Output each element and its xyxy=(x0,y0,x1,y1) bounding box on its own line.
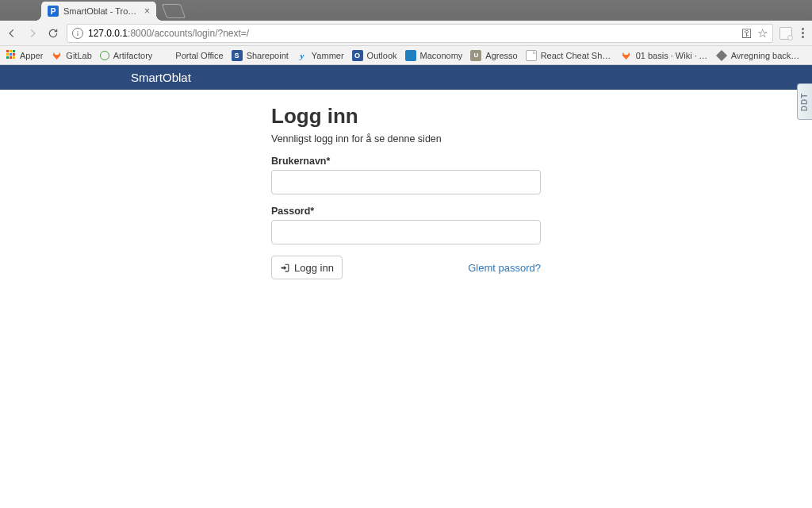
back-button[interactable] xyxy=(5,26,19,40)
extension-icon[interactable] xyxy=(779,27,792,40)
login-subtitle: Vennligst logg inn for å se denne siden xyxy=(271,133,541,144)
maconomy-icon xyxy=(405,50,416,61)
address-bar[interactable]: i 127.0.0.1:8000/accounts/login/?next=/ … xyxy=(67,24,773,43)
diamond-icon xyxy=(716,50,727,61)
bookmark-label: Outlook xyxy=(367,51,397,60)
forward-button[interactable] xyxy=(25,26,40,40)
bookmark-agresso[interactable]: UAgresso xyxy=(470,50,517,61)
browser-toolbar: i 127.0.0.1:8000/accounts/login/?next=/ … xyxy=(0,21,812,46)
bookmark-artifactory[interactable]: Artifactory xyxy=(100,51,153,60)
bookmark-avregning[interactable]: Avregning backend… xyxy=(716,50,803,61)
tab-favicon-parking-icon: P xyxy=(48,6,59,17)
url-host: 127.0.0.1 xyxy=(88,28,128,39)
gitlab-icon xyxy=(51,50,62,61)
sign-in-icon xyxy=(280,263,290,273)
bookmark-label: Sharepoint xyxy=(247,51,289,60)
bookmark-outlook[interactable]: OOutlook xyxy=(352,50,397,61)
url-path: :8000/accounts/login/?next=/ xyxy=(128,28,249,39)
bookmark-label: GitLab xyxy=(66,51,91,60)
bookmark-basis[interactable]: 01 basis · Wiki · Ac… xyxy=(621,50,708,61)
gitlab-icon xyxy=(621,50,632,61)
page-content: Logg inn Vennligst logg inn for å se den… xyxy=(0,90,812,279)
reload-button[interactable] xyxy=(46,26,60,40)
browser-tab[interactable]: P SmartOblat - Trondheim parke × xyxy=(41,2,156,21)
bookmark-label: Maconomy xyxy=(420,51,463,60)
login-submit-label: Logg inn xyxy=(294,262,334,274)
ms-office-icon: S xyxy=(232,50,243,61)
agresso-icon: U xyxy=(470,50,481,61)
bookmark-label: Avregning backend… xyxy=(731,51,803,60)
bookmark-label: 01 basis · Wiki · Ac… xyxy=(636,51,708,60)
tab-close-icon[interactable]: × xyxy=(144,6,150,17)
debug-side-tab[interactable]: DDT xyxy=(797,83,812,120)
tab-title: SmartOblat - Trondheim parke xyxy=(63,6,140,16)
bookmark-label: React Cheat Sheet xyxy=(541,51,613,60)
login-form: Logg inn Vennligst logg inn for å se den… xyxy=(271,104,541,279)
bookmark-label: Portal Office xyxy=(175,51,223,60)
app-header: SmartOblat xyxy=(0,65,812,90)
login-submit-button[interactable]: Logg inn xyxy=(271,256,343,279)
username-label: Brukernavn* xyxy=(271,156,541,167)
url-text: 127.0.0.1:8000/accounts/login/?next=/ xyxy=(88,28,737,39)
debug-side-tab-label: DDT xyxy=(801,92,810,111)
apps-grid-icon xyxy=(5,50,16,61)
password-label: Passord* xyxy=(271,206,541,217)
artifactory-icon xyxy=(100,51,109,60)
bookmark-yammer[interactable]: yYammer xyxy=(297,50,344,61)
bookmark-gitlab[interactable]: GitLab xyxy=(51,50,91,61)
bookmark-portal[interactable]: Portal Office xyxy=(160,50,223,61)
yammer-icon: y xyxy=(297,50,308,61)
new-tab-button[interactable] xyxy=(162,4,186,18)
browser-menu-icon[interactable] xyxy=(799,28,807,38)
username-input[interactable] xyxy=(271,170,541,194)
password-input[interactable] xyxy=(271,220,541,244)
bookmark-sharepoint[interactable]: SSharepoint xyxy=(232,50,289,61)
login-heading: Logg inn xyxy=(271,104,541,129)
browser-chrome-top: Sarah P SmartOblat - Trondheim parke × xyxy=(0,0,812,21)
bookmark-label: Artifactory xyxy=(113,51,153,60)
bookmark-star-icon[interactable]: ☆ xyxy=(757,26,768,40)
document-icon xyxy=(526,50,537,61)
bookmark-label: Apper xyxy=(20,51,43,60)
microsoft-portal-icon xyxy=(160,50,171,61)
ms-office-icon: O xyxy=(352,50,363,61)
bookmark-react[interactable]: React Cheat Sheet xyxy=(526,50,613,61)
bookmark-label: Agresso xyxy=(485,51,517,60)
app-brand[interactable]: SmartOblat xyxy=(131,71,191,84)
site-info-icon[interactable]: i xyxy=(72,28,83,39)
bookmark-apper[interactable]: Apper xyxy=(5,50,43,61)
bookmark-maconomy[interactable]: Maconomy xyxy=(405,50,463,61)
saved-password-key-icon[interactable]: ⚿ xyxy=(741,27,753,40)
bookmarks-bar: ApperGitLabArtifactoryPortal OfficeSShar… xyxy=(0,46,812,65)
forgot-password-link[interactable]: Glemt passord? xyxy=(468,262,541,274)
bookmark-label: Yammer xyxy=(312,51,344,60)
